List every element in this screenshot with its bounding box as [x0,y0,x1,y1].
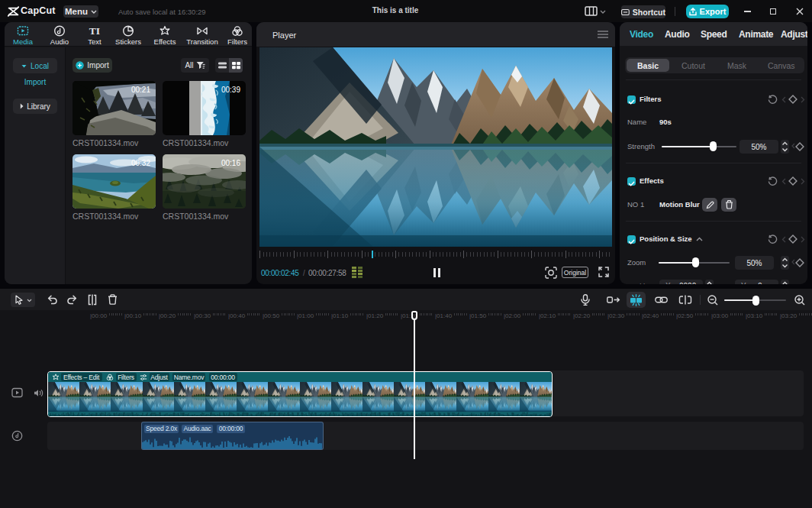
svg-text:TI: TI [89,25,100,37]
